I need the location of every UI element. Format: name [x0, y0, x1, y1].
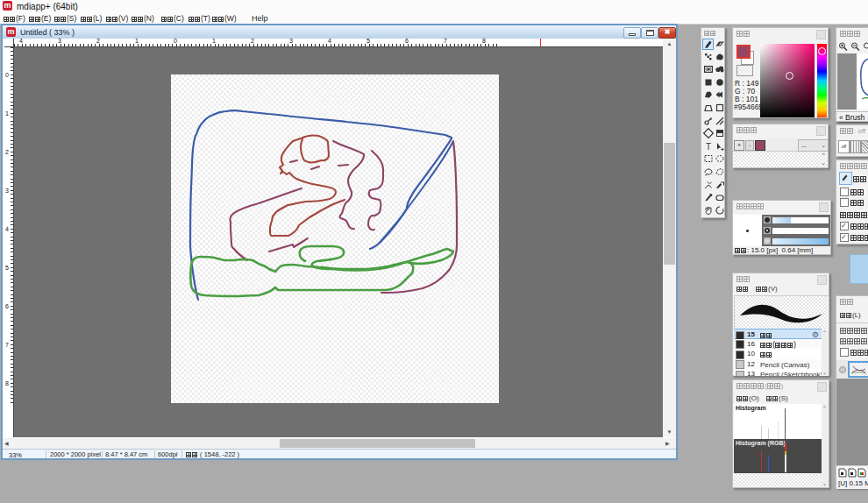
svg-text:T: T: [705, 142, 710, 152]
